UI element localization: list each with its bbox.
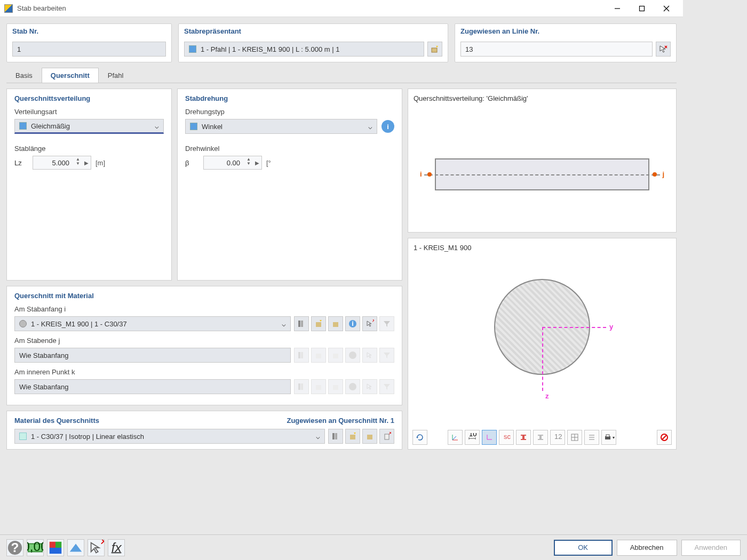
section-swatch-icon — [19, 320, 27, 327]
svg-rect-13 — [333, 322, 338, 327]
library-button — [294, 379, 309, 394]
svg-text:i: i — [352, 319, 354, 327]
drehwinkel-input[interactable]: 0.00 ▲▼▶ — [203, 156, 262, 170]
svg-text:×: × — [388, 432, 391, 437]
tb-print-button[interactable]: ▾ — [601, 430, 616, 445]
svg-rect-21 — [316, 354, 321, 358]
library-button — [294, 348, 309, 363]
info-button[interactable]: i — [382, 120, 394, 133]
tab-pfahl[interactable]: Pfahl — [99, 68, 133, 83]
node-i-label: i — [420, 170, 422, 178]
edit-button — [328, 379, 343, 394]
material-panel: Querschnitt mit Material Am Stabanfang i… — [6, 286, 402, 405]
new-button[interactable] — [345, 429, 360, 444]
tb-isection-button[interactable] — [516, 430, 531, 445]
drehwinkel-label: Drehwinkel — [185, 145, 394, 153]
tb-sc-button[interactable]: sc — [499, 430, 514, 445]
svg-marker-24 — [367, 353, 371, 358]
svg-point-30 — [349, 383, 356, 390]
new-button — [311, 348, 326, 363]
filter-button — [379, 379, 394, 394]
edit-button[interactable] — [362, 429, 377, 444]
tb-grid-button[interactable] — [567, 430, 582, 445]
tb-localaxes-button[interactable] — [482, 430, 497, 445]
new-button[interactable] — [311, 316, 326, 331]
beam-centerline — [424, 174, 660, 175]
chevron-down-icon: ⌵ — [316, 433, 320, 441]
svg-marker-5 — [436, 46, 438, 47]
repraesentant-edit-button[interactable] — [427, 42, 442, 57]
verteilungsart-select[interactable]: Gleichmäßig ⌵ — [14, 119, 164, 134]
end-label: Am Stabende j — [14, 337, 394, 345]
verteilungsart-label: Verteilungsart — [14, 108, 164, 116]
pick-line-button[interactable] — [656, 42, 671, 57]
delete-button[interactable]: × — [379, 429, 394, 444]
window-title: Stab bearbeiten — [17, 4, 605, 12]
start-select[interactable]: 1 - KREIS_M1 900 | 1 - C30/37 ⌵ — [14, 316, 291, 331]
matq-select[interactable]: 1 - C30/37 | Isotrop | Linear elastisch … — [14, 429, 325, 444]
edit-button[interactable] — [328, 316, 343, 331]
pick-button — [362, 348, 377, 363]
chevron-down-icon: ⌵ — [282, 320, 286, 328]
drehwinkel-value: 0.00 — [227, 159, 240, 167]
axis-z-label: z — [545, 392, 549, 400]
lz-symbol: Lz — [14, 159, 28, 167]
zugewiesen-field[interactable]: 13 — [460, 42, 653, 57]
zugewiesen-label: Zugewiesen an Linie Nr. — [455, 24, 676, 38]
zugewiesen-card: Zugewiesen an Linie Nr. 13 — [455, 23, 677, 62]
svg-rect-37 — [367, 435, 372, 439]
tb-isection-grey-button[interactable] — [533, 430, 548, 445]
beta-symbol: β — [185, 159, 199, 167]
drehungstyp-value: Winkel — [202, 123, 222, 131]
svg-point-23 — [349, 351, 356, 359]
drehungstyp-select[interactable]: Winkel ⌵ — [185, 119, 377, 134]
pick-button — [362, 379, 377, 394]
title-bar: Stab bearbeiten — [0, 0, 683, 17]
svg-rect-26 — [298, 383, 300, 390]
tb-list-button[interactable] — [584, 430, 599, 445]
minimize-button[interactable] — [605, 0, 630, 17]
tb-dims-button[interactable]: 100 — [465, 430, 480, 445]
svg-rect-27 — [301, 383, 303, 390]
filter-button[interactable] — [379, 316, 394, 331]
library-button[interactable] — [328, 429, 343, 444]
material-querschnitt-panel: Material des Querschnitts Zugewiesen an … — [6, 411, 402, 450]
edit-button — [328, 348, 343, 363]
library-button[interactable] — [294, 316, 309, 331]
verteilung-title: Querschnittsverteilung — [14, 94, 164, 102]
info-icon-button[interactable]: i — [345, 316, 360, 331]
stablaenge-input[interactable]: 5.000 ▲▼▶ — [33, 156, 91, 170]
pick-button[interactable]: × — [362, 316, 377, 331]
svg-marker-36 — [354, 433, 356, 434]
inner-select[interactable]: Wie Stabanfang — [14, 379, 291, 394]
tb-axes-button[interactable] — [448, 430, 463, 445]
maximize-button[interactable] — [630, 0, 654, 17]
svg-rect-11 — [316, 322, 321, 327]
tb-numbers-button[interactable]: 123 — [550, 430, 565, 445]
drehungstyp-label: Drehungstyp — [185, 108, 394, 116]
end-value: Wie Stabanfang — [19, 351, 69, 359]
tb-cancel-button[interactable] — [657, 430, 672, 445]
tab-querschnitt[interactable]: Querschnitt — [42, 68, 99, 83]
tb-refresh-button[interactable] — [412, 430, 427, 445]
matq-title: Material des Querschnitts — [14, 417, 99, 425]
svg-text:123: 123 — [554, 433, 562, 441]
repraesentant-field[interactable]: 1 - Pfahl | 1 - KREIS_M1 900 | L : 5.000… — [184, 42, 424, 57]
drehung-panel: Stabdrehung Drehungstyp Winkel ⌵ i Drehw… — [177, 89, 402, 281]
info-icon-button — [345, 379, 360, 394]
end-select[interactable]: Wie Stabanfang — [14, 348, 291, 363]
svg-rect-59 — [606, 435, 609, 437]
stablaenge-unit: [m] — [96, 159, 105, 167]
chevron-down-icon: ⌵ — [155, 122, 159, 130]
material-swatch-icon — [19, 433, 27, 440]
tab-basis[interactable]: Basis — [6, 68, 42, 83]
start-value: 1 - KREIS_M1 900 | 1 - C30/37 — [31, 320, 127, 328]
close-button[interactable] — [654, 0, 679, 17]
stab-nr-label: Stab Nr. — [7, 24, 171, 38]
stab-nr-field[interactable]: 1 — [12, 42, 166, 57]
info-icon-button — [345, 348, 360, 363]
svg-text:sc: sc — [504, 433, 511, 441]
svg-rect-20 — [301, 352, 303, 358]
axis-z — [542, 327, 543, 391]
tab-strip: Basis Querschnitt Pfahl — [6, 68, 677, 83]
